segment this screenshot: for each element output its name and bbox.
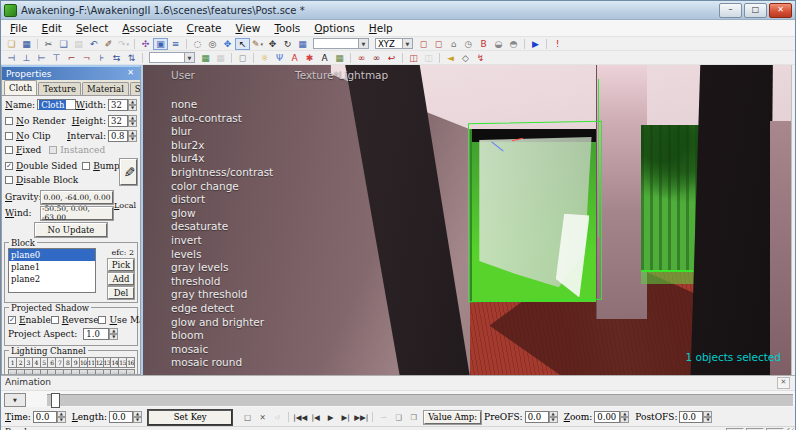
menu-item[interactable]: View: [229, 21, 268, 35]
next-frame-button[interactable]: ▶|: [338, 411, 353, 423]
post-effect-option[interactable]: auto-contrast: [171, 112, 273, 126]
trigger-button[interactable]: ◇: [458, 52, 473, 64]
link-button[interactable]: ✣: [138, 38, 153, 50]
shape-button[interactable]: ◻: [235, 52, 250, 64]
use-map-checkbox[interactable]: [98, 316, 106, 324]
properties-toggle-button[interactable]: ▣: [153, 38, 168, 50]
door-button[interactable]: ◫: [406, 52, 421, 64]
menu-item[interactable]: Create: [180, 21, 229, 35]
prev-frame-button[interactable]: |◀: [308, 411, 323, 423]
align-left-button[interactable]: ⊣: [4, 52, 19, 64]
post-effect-option[interactable]: glow and brighter: [171, 316, 273, 330]
delete-key-button[interactable]: ✕: [255, 411, 270, 423]
lock-button[interactable]: ⌂: [446, 38, 461, 50]
post-effect-option[interactable]: glow: [171, 207, 273, 221]
post-effect-option[interactable]: gray levels: [171, 261, 273, 275]
align-center-button[interactable]: ⊥: [19, 52, 34, 64]
post-effect-option[interactable]: mosaic: [171, 343, 273, 357]
postofs-stepper[interactable]: 0.0: [679, 411, 712, 423]
open-button[interactable]: ❏: [4, 38, 19, 50]
tag-tool-button[interactable]: ✎: [120, 159, 137, 185]
viewport-3d[interactable]: User Texture*Lightmap noneauto-contrastb…: [143, 65, 792, 375]
align-right-button[interactable]: ⊢: [34, 52, 49, 64]
post-effect-option[interactable]: desaturate: [171, 220, 273, 234]
copy-button[interactable]: ❑: [56, 38, 71, 50]
timeline-track[interactable]: [47, 394, 793, 406]
del-button[interactable]: Del: [108, 287, 134, 299]
panel-close-icon[interactable]: ✕: [125, 68, 136, 79]
menu-item[interactable]: Associate: [115, 21, 179, 35]
post-effect-option[interactable]: levels: [171, 248, 273, 262]
image-button[interactable]: ▦: [198, 52, 213, 64]
view-mode-label[interactable]: User: [171, 69, 195, 81]
cut-button[interactable]: ✂: [41, 38, 56, 50]
set-key-button[interactable]: Set Key: [148, 410, 232, 425]
menu-item[interactable]: Tools: [267, 21, 307, 35]
no-render-checkbox[interactable]: [5, 117, 13, 125]
flip-button[interactable]: ⇅: [124, 52, 139, 64]
text-button[interactable]: A: [317, 52, 332, 64]
light-button[interactable]: ☼: [257, 52, 272, 64]
save-button[interactable]: ▦: [19, 38, 34, 50]
fire-button[interactable]: A: [287, 52, 302, 64]
zoom-stepper[interactable]: 0.00: [594, 411, 629, 423]
minimize-button[interactable]: –: [719, 3, 742, 18]
maximize-button[interactable]: □: [744, 3, 767, 18]
post-effect-option[interactable]: invert: [171, 234, 273, 248]
gravity-value-button[interactable]: 0.00, -64.00, 0.00: [41, 191, 113, 204]
align-corner2-button[interactable]: ¬: [79, 52, 94, 64]
width-stepper[interactable]: 32: [108, 99, 137, 111]
selection-gizmo-box[interactable]: [468, 121, 602, 302]
preofs-stepper[interactable]: 0.0: [525, 411, 558, 423]
post-effect-option[interactable]: blur4x: [171, 152, 273, 166]
bump-checkbox[interactable]: [82, 162, 90, 170]
grid-button[interactable]: ▦: [295, 38, 310, 50]
block-list[interactable]: plane0plane1plane2: [8, 248, 96, 293]
undo-button[interactable]: ↶: [86, 38, 101, 50]
marquee-button[interactable]: ◻: [416, 38, 431, 50]
post-effect-option[interactable]: distort: [171, 193, 273, 207]
antenna-button[interactable]: Ψ: [272, 52, 287, 64]
height-stepper[interactable]: 32: [108, 115, 137, 127]
menu-item[interactable]: Help: [362, 21, 400, 35]
tab-material[interactable]: Material: [82, 82, 129, 95]
align-middle-button[interactable]: ⊦: [94, 52, 109, 64]
time-button[interactable]: ◷: [461, 38, 476, 50]
picture-button[interactable]: ▦: [332, 52, 347, 64]
tab-cloth[interactable]: Cloth: [4, 80, 37, 95]
select-button[interactable]: ↖: [235, 38, 250, 50]
post-effect-option[interactable]: mosaic round: [171, 356, 273, 370]
region-zoom-button[interactable]: ◌: [190, 38, 205, 50]
actor-button[interactable]: ↯: [473, 52, 488, 64]
wind-value-button[interactable]: -50.50, 0.00, -63.00: [41, 207, 113, 220]
add-button[interactable]: Add: [108, 273, 134, 285]
double-sided-checkbox[interactable]: [5, 162, 13, 170]
disable-block-checkbox[interactable]: [5, 176, 13, 184]
xyz-combo[interactable]: XYZ▼: [375, 38, 413, 49]
axis-combo[interactable]: ▼: [313, 38, 369, 49]
distribute-h-button[interactable]: ⇆: [109, 52, 124, 64]
post-effect-option[interactable]: none: [171, 98, 273, 112]
new-key-button[interactable]: □: [240, 411, 255, 423]
menu-item[interactable]: Select: [69, 21, 115, 35]
marquee2-button[interactable]: ◻: [431, 38, 446, 50]
pick-button[interactable]: Pick: [108, 259, 134, 271]
block-item-plane0[interactable]: plane0: [9, 249, 95, 261]
go-start-button[interactable]: |◀◀: [292, 411, 308, 423]
export-button[interactable]: B: [476, 38, 491, 50]
menu-item[interactable]: File: [3, 21, 35, 35]
align-corner-button[interactable]: ⌐: [64, 52, 79, 64]
no-clip-checkbox[interactable]: [5, 132, 13, 140]
gizmo-y-axis[interactable]: [598, 79, 599, 237]
sound-button[interactable]: ◄: [443, 52, 458, 64]
render-mode2-button[interactable]: ◓: [506, 38, 521, 50]
draw-button[interactable]: ✎: [250, 38, 265, 50]
properties-panel-header[interactable]: Properties ✕: [2, 67, 140, 80]
enable-checkbox[interactable]: [8, 316, 16, 324]
move-button[interactable]: ✥: [265, 38, 280, 50]
menu-item[interactable]: Options: [307, 21, 362, 35]
post-effect-option[interactable]: color change: [171, 180, 273, 194]
post-effect-option[interactable]: blur: [171, 125, 273, 139]
play-button[interactable]: ▶: [528, 38, 543, 50]
post-effect-option[interactable]: edge detect: [171, 302, 273, 316]
